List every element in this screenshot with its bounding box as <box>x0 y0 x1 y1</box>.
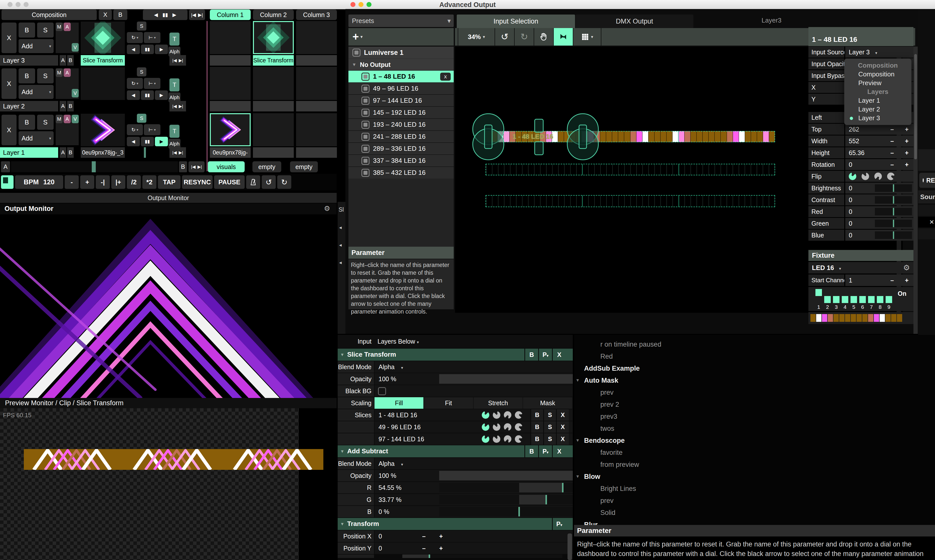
stepper-increment[interactable]: + <box>905 159 909 170</box>
stepper-decrement[interactable]: – <box>890 135 894 146</box>
scaling-option-fill[interactable]: Fill <box>375 397 423 409</box>
close-button[interactable]: X <box>552 445 566 457</box>
browser-item-blow[interactable]: ▼Blow <box>574 471 935 483</box>
bypass-button[interactable]: B <box>531 409 543 421</box>
slider-track[interactable] <box>875 196 912 204</box>
layer-ab-a[interactable]: A <box>60 101 66 111</box>
bpm-display[interactable]: BPM120 <box>15 175 63 189</box>
prev-frame-icon[interactable]: ◀ <box>154 12 158 18</box>
clip-cell[interactable] <box>253 21 294 54</box>
properties-scrollbar[interactable] <box>568 534 572 560</box>
tree-item[interactable]: 49 – 96 LED 16 <box>349 82 454 94</box>
checkbox-icon[interactable] <box>352 49 361 57</box>
param-value-height[interactable]: 65.36 – + <box>845 147 913 158</box>
layer-t-toggle[interactable]: T <box>170 125 179 138</box>
grid-options-dropdown[interactable]: ▾ <box>573 28 601 46</box>
beat-snap-dropdown[interactable]: ⊢▾ <box>144 124 160 135</box>
clip-cell[interactable] <box>210 67 251 100</box>
browser-item-solid[interactable]: Solid <box>574 507 935 518</box>
bypass-button[interactable]: B <box>531 421 543 433</box>
clip-cell-label[interactable] <box>210 101 251 111</box>
column-header-3[interactable]: Column 3 <box>296 9 337 20</box>
crossfader-handle[interactable] <box>92 161 96 172</box>
prop-value[interactable]: Alpha▾ <box>375 361 573 373</box>
layer-m-toggle[interactable]: M <box>56 115 63 123</box>
clip-cell[interactable] <box>296 21 337 54</box>
section-header-transform[interactable]: ▼ TransformP▾ <box>338 518 573 530</box>
param-value-green[interactable]: 0 <box>845 218 913 229</box>
inspector-scrollbar[interactable] <box>913 46 918 334</box>
transport-button-2[interactable]: *2 <box>142 175 156 189</box>
prop-value[interactable]: Alpha▾ <box>375 458 573 469</box>
flip-vertical-icon[interactable] <box>504 423 511 431</box>
clip-pause-button[interactable]: ▮▮ <box>141 45 154 54</box>
transport-button-[interactable]: - <box>65 175 79 189</box>
prop-value[interactable] <box>375 385 573 397</box>
deck-tab-visuals[interactable]: visuals <box>208 161 245 172</box>
params-button[interactable]: P▾ <box>538 349 552 361</box>
checkbox-icon[interactable] <box>361 85 369 93</box>
gear-icon[interactable]: ⚙ <box>324 205 330 212</box>
prop-value[interactable]: 0 % <box>375 506 573 517</box>
param-value-rotation[interactable]: 0 – + <box>845 159 913 170</box>
checkbox-icon[interactable] <box>361 145 369 153</box>
clip-prev-button[interactable]: ◀ <box>127 137 140 146</box>
tree-item[interactable]: 385 – 432 LED 16 <box>349 166 454 178</box>
prop-value[interactable]: FillFitStretchMask <box>375 397 573 409</box>
pan-tool-button[interactable] <box>534 28 554 46</box>
stepper-increment[interactable]: + <box>905 135 909 146</box>
crossfader-a[interactable]: A <box>1 161 10 172</box>
layer-bypass-button[interactable]: B <box>19 23 35 38</box>
browser-item-bright-lines[interactable]: Bright Lines <box>574 483 935 495</box>
layer-a-toggle[interactable]: A <box>64 68 71 77</box>
flip-both-icon[interactable] <box>887 172 895 180</box>
layer-ab-b[interactable]: B <box>67 101 74 111</box>
scaling-option-mask[interactable]: Mask <box>523 397 572 409</box>
clip-cell[interactable] <box>253 113 294 146</box>
solo-button[interactable]: S <box>543 421 556 433</box>
menu-item-layer-1[interactable]: Layer 1 <box>844 96 912 105</box>
browser-item-auto-mask[interactable]: ▼Auto Mask <box>574 374 935 386</box>
layer-a-toggle[interactable]: A <box>64 23 71 31</box>
layer-t-toggle[interactable]: T <box>170 32 179 46</box>
param-value-flip[interactable] <box>845 171 913 182</box>
crossfader-skip[interactable]: |◀▶| <box>188 161 205 172</box>
transport-button-[interactable]: -| <box>96 175 110 189</box>
clip-prev-button[interactable]: ◀ <box>127 91 140 100</box>
stepper-increment[interactable]: + <box>905 124 909 135</box>
selection-handles[interactable] <box>455 104 806 184</box>
layer-v-toggle[interactable]: V <box>72 43 79 52</box>
prop-value[interactable]: 54.55 % <box>375 482 573 493</box>
param-value-width[interactable]: 552 – + <box>845 135 913 146</box>
clip-cell[interactable] <box>253 67 294 100</box>
stepper-increment[interactable]: + <box>905 147 909 158</box>
tree-output-row[interactable]: ▼No Output <box>349 58 454 70</box>
transport-button-[interactable]: |+ <box>111 175 125 189</box>
layer-bypass-button[interactable]: B <box>19 115 35 130</box>
scaling-option-fit[interactable]: Fit <box>424 397 473 409</box>
flip-horizontal-icon[interactable] <box>493 411 500 419</box>
play-icon[interactable]: ▶ <box>173 12 176 18</box>
clip-play-button[interactable]: ▶ <box>155 137 168 146</box>
layer-name[interactable]: Layer 1 <box>0 147 58 158</box>
record-button[interactable]: RE <box>919 173 935 188</box>
slider-track[interactable] <box>439 471 573 480</box>
layer-solo-button[interactable]: S <box>37 68 54 83</box>
layer-ab-b[interactable]: B <box>67 147 74 158</box>
add-fixture-button[interactable]: + ▾ <box>352 30 372 43</box>
led-strip-3[interactable] <box>486 195 775 207</box>
menu-item-layer-2[interactable]: Layer 2 <box>844 105 912 114</box>
deck-tab-empty[interactable]: empty <box>290 161 318 172</box>
clip-play-button[interactable]: ▶ <box>155 45 168 54</box>
column-header-2[interactable]: Column 2 <box>253 9 294 20</box>
collapsed-panel-strip[interactable]: Sl ◂ ◂ ◂ <box>338 202 346 334</box>
prop-value[interactable]: 33.77 % <box>375 494 573 505</box>
clip-s-toggle[interactable]: S <box>137 114 147 123</box>
layer-blendmode-dropdown[interactable]: Add▾ <box>19 39 54 53</box>
beat-snap-dropdown[interactable]: ⊢▾ <box>144 78 160 89</box>
browser-item-red[interactable]: Red <box>574 350 935 362</box>
checkbox-icon[interactable] <box>361 109 369 117</box>
clip-s-toggle[interactable]: S <box>137 22 147 31</box>
checkbox-icon[interactable] <box>361 72 369 81</box>
layer-ab-a[interactable]: A <box>60 147 66 158</box>
